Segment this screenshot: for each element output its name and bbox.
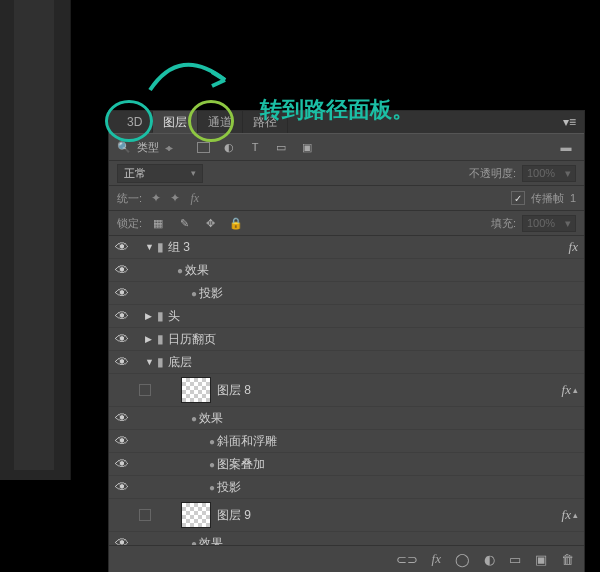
fx-label: 效果 — [185, 262, 209, 279]
link-column[interactable] — [135, 384, 155, 396]
visibility-toggle[interactable]: 👁 — [109, 479, 135, 495]
fx-item-label: 投影 — [217, 479, 241, 496]
visibility-toggle[interactable]: 👁 — [109, 433, 135, 449]
panel-menu-icon[interactable]: ▾≡ — [555, 115, 584, 129]
layer-list[interactable]: 👁 ▼ ▮ 组 3 fx 👁 ● 效果 👁 ● 投影 👁 ▶ ▮ 头 — [109, 236, 584, 545]
chevron-down-icon: ▾ — [191, 168, 196, 178]
chevron-up-icon[interactable]: ▴ — [573, 385, 578, 395]
fx-label: 效果 — [199, 410, 223, 427]
layer-row-fx-item[interactable]: 👁 ● 投影 — [109, 476, 584, 499]
layer-name: 头 — [168, 308, 180, 325]
unify-visibility-icon[interactable]: ✦ — [167, 191, 183, 205]
layer-name: 组 3 — [168, 239, 190, 256]
filter-smart-icon[interactable]: ▣ — [297, 138, 317, 156]
layer-row-fx[interactable]: 👁 ● 效果 — [109, 532, 584, 545]
tab-layers[interactable]: 图层 — [153, 111, 198, 134]
document-frame — [0, 0, 71, 480]
fill-value-input[interactable]: 100%▾ — [522, 215, 576, 232]
fx-item-label: 投影 — [199, 285, 223, 302]
lock-all-icon[interactable]: 🔒 — [226, 214, 246, 232]
link-column[interactable] — [135, 509, 155, 521]
layer-row[interactable]: 👁 图层 9 fx ▴ — [109, 499, 584, 532]
visibility-toggle[interactable]: 👁 — [109, 410, 135, 426]
layer-mask-icon[interactable]: ◯ — [455, 552, 470, 567]
lock-row: 锁定: ▦ ✎ ✥ 🔒 填充: 100%▾ — [109, 211, 584, 236]
fx-item-label: 图案叠加 — [217, 456, 265, 473]
tab-channels[interactable]: 通道 — [198, 111, 243, 134]
layer-row-group[interactable]: 👁 ▼ ▮ 底层 — [109, 351, 584, 374]
chevron-down-icon[interactable]: ▼ — [145, 242, 157, 252]
visibility-toggle[interactable]: 👁 — [109, 456, 135, 472]
delete-layer-icon[interactable]: 🗑 — [561, 552, 574, 567]
adjustment-layer-icon[interactable]: ◐ — [484, 552, 495, 567]
layer-panel-footer: ⊂⊃ fx ◯ ◐ ▭ ▣ 🗑 — [109, 545, 584, 572]
filter-pixel-icon[interactable] — [193, 138, 213, 156]
chevron-up-icon[interactable]: ▴ — [573, 510, 578, 520]
unify-label: 统一: — [117, 191, 142, 206]
visibility-toggle[interactable]: 👁 — [109, 239, 135, 255]
chevron-down-icon[interactable]: ▼ — [145, 357, 157, 367]
link-layers-icon[interactable]: ⊂⊃ — [396, 552, 418, 567]
layer-name: 底层 — [168, 354, 192, 371]
folder-icon: ▮ — [157, 309, 164, 323]
filter-kind-icon[interactable]: 🔍 — [117, 141, 131, 154]
filter-type-icon[interactable]: T — [245, 138, 265, 156]
new-group-icon[interactable]: ▭ — [509, 552, 521, 567]
layer-name: 图层 9 — [217, 507, 251, 524]
chevron-right-icon[interactable]: ▶ — [145, 334, 157, 344]
lock-position-icon[interactable]: ✥ — [200, 214, 220, 232]
layer-name: 图层 8 — [217, 382, 251, 399]
visibility-toggle[interactable]: 👁 — [109, 507, 135, 523]
unify-row: 统一: ✦ ✦ fx ✓ 传播帧 1 — [109, 186, 584, 211]
fx-badge[interactable]: fx — [562, 382, 571, 398]
layer-name: 日历翻页 — [168, 331, 216, 348]
opacity-value-input[interactable]: 100%▾ — [522, 165, 576, 182]
unify-style-icon[interactable]: fx — [187, 191, 203, 206]
tab-paths[interactable]: 路径 — [243, 111, 288, 134]
tab-3d[interactable]: 3D — [117, 112, 153, 132]
filter-toggle-switch[interactable]: ▬ — [556, 138, 576, 156]
new-layer-icon[interactable]: ▣ — [535, 552, 547, 567]
canvas-area[interactable] — [14, 0, 54, 470]
fx-label: 效果 — [199, 535, 223, 546]
layer-thumbnail[interactable] — [181, 377, 211, 403]
filter-adjust-icon[interactable]: ◐ — [219, 138, 239, 156]
filter-kind-chevron-icon[interactable]: ◂▸ — [165, 142, 171, 153]
filter-shape-icon[interactable]: ▭ — [271, 138, 291, 156]
layer-thumbnail[interactable] — [181, 502, 211, 528]
fx-badge[interactable]: fx — [569, 239, 578, 255]
fill-label: 填充: — [491, 216, 516, 231]
fx-badge[interactable]: fx — [562, 507, 571, 523]
folder-icon: ▮ — [157, 355, 164, 369]
chevron-right-icon[interactable]: ▶ — [145, 311, 157, 321]
visibility-toggle[interactable]: 👁 — [109, 354, 135, 370]
visibility-toggle[interactable]: 👁 — [109, 262, 135, 278]
visibility-toggle[interactable]: 👁 — [109, 535, 135, 545]
layer-style-icon[interactable]: fx — [432, 551, 441, 567]
layer-row-fx[interactable]: 👁 ● 效果 — [109, 407, 584, 430]
layers-panel: 3D 图层 通道 路径 ▾≡ 🔍 类型 ◂▸ ◐ T ▭ ▣ ▬ 正常 ▾ 不透… — [108, 110, 585, 572]
fx-item-label: 斜面和浮雕 — [217, 433, 277, 450]
layer-row-fx-item[interactable]: 👁 ● 投影 — [109, 282, 584, 305]
visibility-toggle[interactable]: 👁 — [109, 285, 135, 301]
propagate-frame-label: 传播帧 — [531, 191, 564, 206]
visibility-toggle[interactable]: 👁 — [109, 331, 135, 347]
filter-kind-label[interactable]: 类型 — [137, 140, 159, 155]
layer-row-fx[interactable]: 👁 ● 效果 — [109, 259, 584, 282]
layer-row-fx-item[interactable]: 👁 ● 图案叠加 — [109, 453, 584, 476]
folder-icon: ▮ — [157, 240, 164, 254]
layer-row-fx-item[interactable]: 👁 ● 斜面和浮雕 — [109, 430, 584, 453]
layer-row[interactable]: 👁 图层 8 fx ▴ — [109, 374, 584, 407]
visibility-toggle[interactable]: 👁 — [109, 382, 135, 398]
visibility-toggle[interactable]: 👁 — [109, 308, 135, 324]
blend-mode-select[interactable]: 正常 ▾ — [117, 164, 203, 183]
layer-row-group[interactable]: 👁 ▶ ▮ 头 — [109, 305, 584, 328]
blend-mode-value: 正常 — [124, 166, 146, 181]
layer-row-group[interactable]: 👁 ▶ ▮ 日历翻页 — [109, 328, 584, 351]
lock-transparent-icon[interactable]: ▦ — [148, 214, 168, 232]
layer-row-group[interactable]: 👁 ▼ ▮ 组 3 fx — [109, 236, 584, 259]
propagate-frame-checkbox[interactable]: ✓ — [511, 191, 525, 205]
lock-pixels-icon[interactable]: ✎ — [174, 214, 194, 232]
annotation-arrow — [140, 40, 240, 100]
unify-position-icon[interactable]: ✦ — [148, 191, 164, 205]
